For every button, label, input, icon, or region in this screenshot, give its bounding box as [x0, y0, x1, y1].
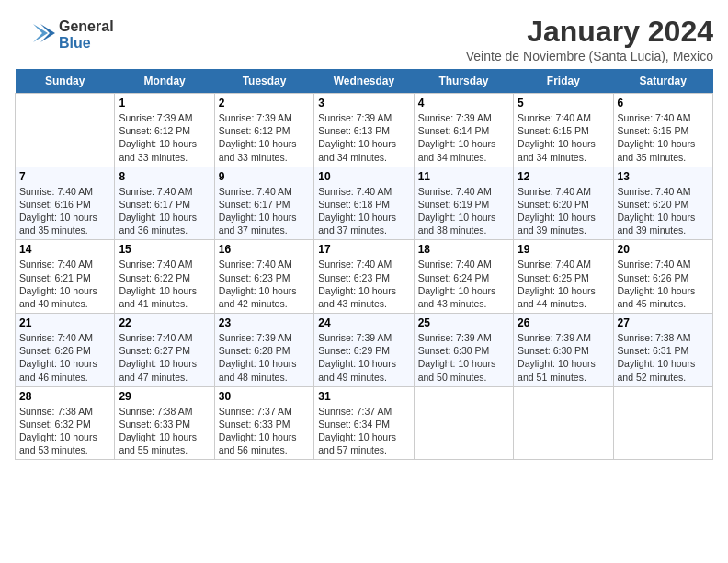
calendar-cell: 9Sunrise: 7:40 AM Sunset: 6:17 PM Daylig…	[214, 167, 313, 240]
calendar-cell: 10Sunrise: 7:40 AM Sunset: 6:18 PM Dayli…	[314, 167, 414, 240]
calendar-cell: 25Sunrise: 7:39 AM Sunset: 6:30 PM Dayli…	[414, 314, 513, 387]
date-number: 14	[19, 243, 110, 256]
calendar-cell: 6Sunrise: 7:40 AM Sunset: 6:15 PM Daylig…	[613, 94, 712, 167]
day-header-wednesday: Wednesday	[314, 69, 414, 94]
cell-details: Sunrise: 7:40 AM Sunset: 6:17 PM Dayligh…	[219, 185, 310, 237]
calendar-cell: 5Sunrise: 7:40 AM Sunset: 6:15 PM Daylig…	[514, 94, 613, 167]
date-number: 31	[318, 390, 409, 403]
date-number: 12	[518, 170, 609, 183]
date-number: 7	[19, 170, 110, 183]
cell-details: Sunrise: 7:40 AM Sunset: 6:20 PM Dayligh…	[618, 185, 709, 237]
subtitle: Veinte de Noviembre (Santa Lucia), Mexic…	[466, 49, 713, 63]
calendar-cell: 24Sunrise: 7:39 AM Sunset: 6:29 PM Dayli…	[314, 314, 414, 387]
calendar-cell: 4Sunrise: 7:39 AM Sunset: 6:14 PM Daylig…	[414, 94, 513, 167]
cell-details: Sunrise: 7:40 AM Sunset: 6:20 PM Dayligh…	[518, 185, 609, 237]
cell-details: Sunrise: 7:40 AM Sunset: 6:15 PM Dayligh…	[618, 111, 709, 164]
header-row: SundayMondayTuesdayWednesdayThursdayFrid…	[16, 69, 713, 94]
week-row-1: 1Sunrise: 7:39 AM Sunset: 6:12 PM Daylig…	[16, 94, 713, 167]
calendar-cell: 28Sunrise: 7:38 AM Sunset: 6:32 PM Dayli…	[16, 386, 115, 460]
cell-details: Sunrise: 7:40 AM Sunset: 6:25 PM Dayligh…	[518, 258, 609, 310]
calendar-cell: 7Sunrise: 7:40 AM Sunset: 6:16 PM Daylig…	[16, 167, 115, 240]
date-number: 20	[618, 243, 709, 256]
calendar-cell: 26Sunrise: 7:39 AM Sunset: 6:30 PM Dayli…	[514, 314, 613, 387]
date-number: 17	[318, 243, 409, 256]
header: GeneralBlue January 2024 Veinte de Novie…	[15, 15, 713, 63]
date-number: 25	[418, 316, 509, 329]
cell-details: Sunrise: 7:39 AM Sunset: 6:12 PM Dayligh…	[119, 111, 210, 164]
day-header-monday: Monday	[115, 69, 214, 94]
date-number: 30	[219, 390, 310, 403]
calendar-cell	[613, 386, 712, 460]
calendar-cell: 8Sunrise: 7:40 AM Sunset: 6:17 PM Daylig…	[115, 167, 214, 240]
cell-details: Sunrise: 7:40 AM Sunset: 6:27 PM Dayligh…	[119, 331, 210, 384]
calendar-cell: 22Sunrise: 7:40 AM Sunset: 6:27 PM Dayli…	[115, 314, 214, 387]
title-area: January 2024 Veinte de Noviembre (Santa …	[466, 15, 713, 63]
calendar-cell: 21Sunrise: 7:40 AM Sunset: 6:26 PM Dayli…	[16, 314, 115, 387]
calendar-cell	[414, 386, 513, 460]
logo-text-wrap: GeneralBlue	[59, 18, 114, 51]
date-number: 13	[618, 170, 709, 183]
calendar-cell: 12Sunrise: 7:40 AM Sunset: 6:20 PM Dayli…	[514, 167, 613, 240]
logo-svg	[15, 15, 55, 55]
date-number: 2	[219, 97, 310, 109]
date-number: 4	[418, 97, 509, 109]
cell-details: Sunrise: 7:38 AM Sunset: 6:31 PM Dayligh…	[618, 331, 709, 384]
calendar-cell	[16, 94, 115, 167]
cell-details: Sunrise: 7:40 AM Sunset: 6:21 PM Dayligh…	[19, 258, 110, 310]
calendar-cell: 19Sunrise: 7:40 AM Sunset: 6:25 PM Dayli…	[514, 240, 613, 314]
date-number: 1	[119, 97, 210, 109]
date-number: 6	[618, 97, 709, 109]
cell-details: Sunrise: 7:39 AM Sunset: 6:13 PM Dayligh…	[318, 111, 409, 164]
logo: GeneralBlue	[15, 15, 114, 55]
cell-details: Sunrise: 7:40 AM Sunset: 6:24 PM Dayligh…	[418, 258, 509, 310]
logo-blue-text: Blue	[59, 35, 114, 52]
calendar-cell: 27Sunrise: 7:38 AM Sunset: 6:31 PM Dayli…	[613, 314, 712, 387]
svg-marker-1	[33, 24, 48, 42]
cell-details: Sunrise: 7:39 AM Sunset: 6:30 PM Dayligh…	[418, 331, 509, 384]
calendar-cell: 11Sunrise: 7:40 AM Sunset: 6:19 PM Dayli…	[414, 167, 513, 240]
calendar-cell: 31Sunrise: 7:37 AM Sunset: 6:34 PM Dayli…	[314, 386, 414, 460]
cell-details: Sunrise: 7:39 AM Sunset: 6:29 PM Dayligh…	[318, 331, 409, 384]
cell-details: Sunrise: 7:40 AM Sunset: 6:26 PM Dayligh…	[19, 331, 110, 384]
cell-details: Sunrise: 7:40 AM Sunset: 6:18 PM Dayligh…	[318, 185, 409, 237]
cell-details: Sunrise: 7:39 AM Sunset: 6:12 PM Dayligh…	[219, 111, 310, 164]
cell-details: Sunrise: 7:40 AM Sunset: 6:19 PM Dayligh…	[418, 185, 509, 237]
calendar-cell: 29Sunrise: 7:38 AM Sunset: 6:33 PM Dayli…	[115, 386, 214, 460]
cell-details: Sunrise: 7:40 AM Sunset: 6:23 PM Dayligh…	[219, 258, 310, 310]
cell-details: Sunrise: 7:38 AM Sunset: 6:33 PM Dayligh…	[119, 405, 210, 457]
cell-details: Sunrise: 7:40 AM Sunset: 6:15 PM Dayligh…	[518, 111, 609, 164]
week-row-4: 21Sunrise: 7:40 AM Sunset: 6:26 PM Dayli…	[16, 314, 713, 387]
day-header-thursday: Thursday	[414, 69, 513, 94]
calendar-cell: 15Sunrise: 7:40 AM Sunset: 6:22 PM Dayli…	[115, 240, 214, 314]
calendar-cell: 23Sunrise: 7:39 AM Sunset: 6:28 PM Dayli…	[214, 314, 313, 387]
week-row-2: 7Sunrise: 7:40 AM Sunset: 6:16 PM Daylig…	[16, 167, 713, 240]
cell-details: Sunrise: 7:40 AM Sunset: 6:16 PM Dayligh…	[19, 185, 110, 237]
day-header-saturday: Saturday	[613, 69, 712, 94]
date-number: 22	[119, 316, 210, 329]
date-number: 5	[518, 97, 609, 109]
cell-details: Sunrise: 7:40 AM Sunset: 6:23 PM Dayligh…	[318, 258, 409, 310]
date-number: 19	[518, 243, 609, 256]
day-header-friday: Friday	[514, 69, 613, 94]
cell-details: Sunrise: 7:40 AM Sunset: 6:17 PM Dayligh…	[119, 185, 210, 237]
week-row-5: 28Sunrise: 7:38 AM Sunset: 6:32 PM Dayli…	[16, 386, 713, 460]
calendar-cell: 18Sunrise: 7:40 AM Sunset: 6:24 PM Dayli…	[414, 240, 513, 314]
cell-details: Sunrise: 7:37 AM Sunset: 6:34 PM Dayligh…	[318, 405, 409, 457]
logo-general-text: General	[59, 18, 114, 35]
cell-details: Sunrise: 7:40 AM Sunset: 6:26 PM Dayligh…	[618, 258, 709, 310]
cell-details: Sunrise: 7:39 AM Sunset: 6:30 PM Dayligh…	[518, 331, 609, 384]
date-number: 21	[19, 316, 110, 329]
date-number: 9	[219, 170, 310, 183]
date-number: 23	[219, 316, 310, 329]
cell-details: Sunrise: 7:39 AM Sunset: 6:28 PM Dayligh…	[219, 331, 310, 384]
calendar-cell: 16Sunrise: 7:40 AM Sunset: 6:23 PM Dayli…	[214, 240, 313, 314]
calendar-cell: 30Sunrise: 7:37 AM Sunset: 6:33 PM Dayli…	[214, 386, 313, 460]
calendar-cell: 20Sunrise: 7:40 AM Sunset: 6:26 PM Dayli…	[613, 240, 712, 314]
day-header-tuesday: Tuesday	[214, 69, 313, 94]
cell-details: Sunrise: 7:39 AM Sunset: 6:14 PM Dayligh…	[418, 111, 509, 164]
week-row-3: 14Sunrise: 7:40 AM Sunset: 6:21 PM Dayli…	[16, 240, 713, 314]
cell-details: Sunrise: 7:40 AM Sunset: 6:22 PM Dayligh…	[119, 258, 210, 310]
calendar-cell: 1Sunrise: 7:39 AM Sunset: 6:12 PM Daylig…	[115, 94, 214, 167]
date-number: 8	[119, 170, 210, 183]
calendar-cell: 2Sunrise: 7:39 AM Sunset: 6:12 PM Daylig…	[214, 94, 313, 167]
